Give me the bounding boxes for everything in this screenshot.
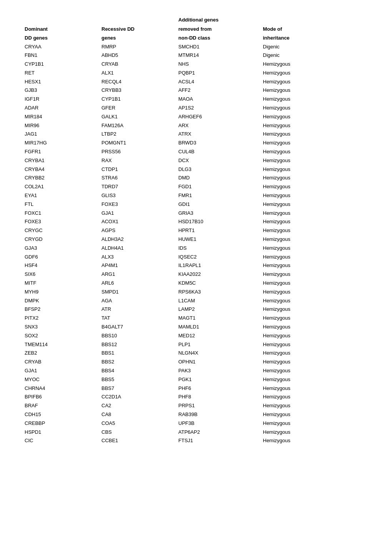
table-row: DMPK (23, 297, 100, 305)
table-row: HSPD1 (23, 428, 100, 437)
table-row: Hemizygous (261, 332, 323, 340)
table-row: GFER (100, 104, 177, 113)
table-row: Hemizygous (261, 401, 323, 410)
table-row: Hemizygous (261, 104, 323, 113)
table-row: BBS12 (100, 340, 177, 349)
table-row: Hemizygous (261, 297, 323, 305)
table-row: OPHN1 (177, 358, 261, 367)
table-row: RET (23, 69, 100, 78)
table-row: PLP1 (177, 340, 261, 349)
table-row: HSD17B10 (177, 217, 261, 226)
table-row: STRA6 (100, 174, 177, 182)
table-row: Hemizygous (261, 174, 323, 182)
table-row: DCX (177, 156, 261, 165)
table-row: CYP1B1 (23, 60, 100, 69)
table-row: Hemizygous (261, 428, 323, 437)
table-row: CRYAB (100, 60, 177, 69)
table-row: CDH15 (23, 410, 100, 419)
table-row: CHRNA4 (23, 384, 100, 393)
table-row: GALK1 (100, 113, 177, 121)
table-row: Hemizygous (261, 314, 323, 323)
table-row: Hemizygous (261, 410, 323, 419)
table-row: CRYGD (23, 235, 100, 244)
table-row: Hemizygous (261, 279, 323, 288)
table-row: CRYBB3 (100, 86, 177, 95)
table-row: Hemizygous (261, 244, 323, 253)
table-row: BBS5 (100, 375, 177, 384)
table-row: PRPS1 (177, 401, 261, 410)
table-row: CYP1B1 (100, 95, 177, 104)
table-row: GJA1 (23, 367, 100, 375)
table-row: FBN1 (23, 51, 100, 60)
table-row: FOXE3 (23, 217, 100, 226)
table-row: Hemizygous (261, 375, 323, 384)
table-row: Hemizygous (261, 182, 323, 191)
table-row: TDRD7 (100, 182, 177, 191)
table-row: RPS6KA3 (177, 288, 261, 297)
table-row: IL1RAPL1 (177, 261, 261, 270)
table-row: POMGNT1 (100, 139, 177, 148)
table-row: CA8 (100, 410, 177, 419)
table-row: Hemizygous (261, 323, 323, 332)
col4-header: Mode of (261, 25, 323, 34)
table-row: FOXE3 (100, 200, 177, 209)
table-row: MTMR14 (177, 51, 261, 60)
table-row: Hemizygous (261, 436, 323, 445)
table-row: ALDH3A2 (100, 235, 177, 244)
table-row: ABHD5 (100, 51, 177, 60)
table-row: Hemizygous (261, 419, 323, 428)
table-row: TAT (100, 314, 177, 323)
table-row: Digenic (261, 43, 323, 51)
table-row: IDS (177, 244, 261, 253)
table-row: FGD1 (177, 182, 261, 191)
table-row: BRAF (23, 401, 100, 410)
table-row: ALX3 (100, 253, 177, 262)
table-row: Hemizygous (261, 358, 323, 367)
table-row: LTBP2 (100, 130, 177, 139)
table-row: CUL4B (177, 148, 261, 156)
table-row: BBS2 (100, 358, 177, 367)
table-row: Hemizygous (261, 78, 323, 86)
table-row: Hemizygous (261, 217, 323, 226)
table-row: Hemizygous (261, 191, 323, 200)
table-row: HUWE1 (177, 235, 261, 244)
table-row: PAK3 (177, 367, 261, 375)
table-row: HSF4 (23, 261, 100, 270)
table-row: PHF6 (177, 384, 261, 393)
table-row: BFSP2 (23, 305, 100, 314)
table-row: Hemizygous (261, 95, 323, 104)
table-row: EYA1 (23, 191, 100, 200)
table-row: ACSL4 (177, 78, 261, 86)
data-table: CRYAARMRPSMCHD1DigenicFBN1ABHD5MTMR14Dig… (23, 43, 369, 446)
table-row: Hemizygous (261, 156, 323, 165)
table-row: NHS (177, 60, 261, 69)
table-row: HPRT1 (177, 226, 261, 235)
table-row: CA2 (100, 401, 177, 410)
table-row: PRSS56 (100, 148, 177, 156)
table-row: RMRP (100, 43, 177, 51)
table-row: MYH9 (23, 288, 100, 297)
table-row: CREBBP (23, 419, 100, 428)
table-row: Hemizygous (261, 60, 323, 69)
table-row: CRYGC (23, 226, 100, 235)
table-row: Hemizygous (261, 393, 323, 401)
table-row: DLG3 (177, 165, 261, 174)
col3b-header: non-DD class (177, 33, 261, 43)
table-row: Hemizygous (261, 367, 323, 375)
table-row: MAOA (177, 95, 261, 104)
table-row: DMD (177, 174, 261, 182)
table-row: CTDP1 (100, 165, 177, 174)
table-row: JAG1 (23, 130, 100, 139)
table-row: Hemizygous (261, 130, 323, 139)
table-row: Hemizygous (261, 384, 323, 393)
table-row: ARL6 (100, 279, 177, 288)
table-row: MAMLD1 (177, 323, 261, 332)
table-row: ATP6AP2 (177, 428, 261, 437)
table-row: BBS7 (100, 384, 177, 393)
table-row: Hemizygous (261, 226, 323, 235)
table-row: CCBE1 (100, 436, 177, 445)
table-row: GDI1 (177, 200, 261, 209)
table-row: SOX2 (23, 332, 100, 340)
col1-header: Dominant (23, 25, 100, 34)
table-row: AP4M1 (100, 261, 177, 270)
